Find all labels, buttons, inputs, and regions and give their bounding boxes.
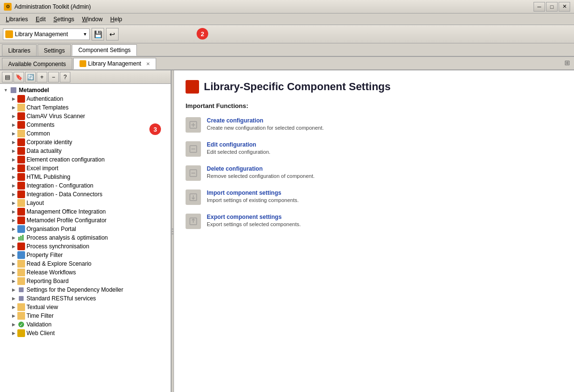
menu-libraries[interactable]: Libraries: [2, 15, 32, 24]
function-import-settings: Import component settings Import setting…: [186, 189, 562, 205]
svg-rect-3: [22, 235, 24, 241]
tree-item-integration-config[interactable]: ▶ Integration - Configuration: [0, 181, 171, 190]
expand-icon[interactable]: ▶: [10, 199, 17, 207]
tree-add-btn[interactable]: +: [37, 72, 47, 82]
tree-remove-btn[interactable]: −: [48, 72, 59, 82]
menu-window[interactable]: Window: [78, 15, 107, 24]
expand-icon[interactable]: ▶: [10, 147, 17, 155]
menu-settings[interactable]: Settings: [50, 15, 78, 24]
library-selector[interactable]: Library Management ▼: [3, 28, 90, 40]
tree-item-authentication[interactable]: ▶ Authentication: [0, 95, 171, 103]
tree-item-chart-templates[interactable]: ▶ Chart Templates: [0, 103, 171, 112]
delete-config-title[interactable]: Delete configuration: [207, 165, 315, 172]
tree-item-integration-data-connectors[interactable]: ▶ Integration - Data Connectors: [0, 190, 171, 199]
import-settings-icon: [186, 189, 201, 205]
right-panel: Library-Specific Component Settings Impo…: [174, 70, 574, 392]
tree-item-element-creation[interactable]: ▶ Element creation configuration: [0, 155, 171, 164]
maximize-panel-icon[interactable]: ⊞: [564, 59, 570, 67]
expand-icon[interactable]: ▶: [10, 190, 17, 198]
expand-icon[interactable]: ▶: [10, 329, 17, 337]
expand-icon[interactable]: ▶: [10, 121, 17, 129]
tree-item-comments[interactable]: ▶ Comments: [0, 121, 171, 129]
expand-icon[interactable]: ▶: [10, 225, 17, 233]
tree-item-metamodel-profile[interactable]: ▶ Metamodel Profile Configurator: [0, 216, 171, 225]
tree-item-web-client[interactable]: ▶ Web Client: [0, 329, 171, 338]
expand-icon[interactable]: ▶: [10, 303, 17, 311]
tab-available-components[interactable]: Available Components: [2, 58, 72, 69]
expand-icon[interactable]: ▶: [10, 321, 17, 328]
tree-root-metamodel[interactable]: ▼ Metamodel: [0, 86, 171, 95]
expand-icon[interactable]: ▶: [10, 260, 17, 268]
tab-component-settings[interactable]: Component Settings: [72, 44, 137, 56]
expand-icon[interactable]: ▶: [10, 112, 17, 120]
clamav-icon: [17, 112, 25, 120]
window-controls[interactable]: ─ □ ✕: [534, 2, 570, 12]
tree-item-read-explore[interactable]: ▶ Read & Explore Scenario: [0, 259, 171, 268]
tab-settings[interactable]: Settings: [38, 44, 71, 56]
expand-icon[interactable]: ▶: [10, 269, 17, 276]
tree-item-textual-view[interactable]: ▶ Textual view: [0, 303, 171, 311]
tab-close-button[interactable]: ✕: [146, 61, 150, 67]
export-settings-title[interactable]: Export component settings: [207, 214, 301, 220]
tree-item-clamav[interactable]: ▶ ClamAV Virus Scanner: [0, 112, 171, 121]
expand-icon[interactable]: ▶: [10, 216, 17, 224]
expand-icon[interactable]: ▶: [10, 312, 17, 320]
tree-item-settings-dependency[interactable]: ▶ Settings for the Dependency Modeller: [0, 285, 171, 294]
tree-item-time-filter[interactable]: ▶ Time Filter: [0, 311, 171, 320]
create-config-title[interactable]: Create configuration: [207, 117, 324, 124]
expand-icon[interactable]: ▶: [10, 243, 17, 250]
edit-config-icon: [186, 141, 201, 157]
tree-item-data-actuality[interactable]: ▶ Data actuality: [0, 147, 171, 155]
tree-item-excel-import[interactable]: ▶ Excel import: [0, 164, 171, 173]
maximize-button[interactable]: □: [546, 2, 558, 12]
tree-view-btn[interactable]: ▤: [2, 72, 13, 82]
tree-item-management-office-integration[interactable]: ▶ Management Office Integration: [0, 207, 171, 216]
import-settings-title[interactable]: Import component settings: [207, 189, 299, 196]
expand-icon[interactable]: ▶: [10, 138, 17, 146]
library-management-tab-icon: [80, 60, 86, 67]
expand-icon[interactable]: ▶: [10, 173, 17, 181]
create-config-desc: Create new configuration for selected co…: [207, 125, 324, 131]
tree-item-process-analysis[interactable]: ▶ Process analysis & optimisation: [0, 233, 171, 242]
tree-item-release-workflows[interactable]: ▶ Release Workflows: [0, 268, 171, 277]
minimize-button[interactable]: ─: [534, 2, 545, 12]
tree-item-process-sync[interactable]: ▶ Process synchronisation: [0, 242, 171, 251]
tree-item-html-publishing[interactable]: ▶ HTML Publishing: [0, 173, 171, 181]
tab-library-management[interactable]: Library Management ✕: [73, 58, 156, 69]
tree-item-common[interactable]: ▶ Common: [0, 129, 171, 138]
expand-icon[interactable]: ▶: [10, 295, 17, 302]
expand-icon[interactable]: ▶: [10, 251, 17, 259]
menu-help[interactable]: Help: [107, 15, 126, 24]
export-settings-content: Export component settings Export setting…: [207, 214, 301, 227]
tab-libraries[interactable]: Libraries: [2, 44, 37, 56]
tree-item-organisation-portal[interactable]: ▶ Organisation Portal: [0, 225, 171, 233]
save-button[interactable]: 💾: [92, 28, 104, 41]
expand-icon[interactable]: ▶: [10, 130, 17, 137]
expand-icon[interactable]: ▶: [10, 277, 17, 285]
tree-item-standard-restful[interactable]: ▶ Standard RESTful services: [0, 294, 171, 303]
expand-icon[interactable]: ▶: [10, 208, 17, 216]
panel-splitter[interactable]: [171, 70, 174, 392]
expand-metamodel-icon[interactable]: ▼: [2, 86, 10, 94]
undo-button[interactable]: ↩: [106, 28, 119, 41]
tree-item-corporate-identity[interactable]: ▶ Corporate identity: [0, 138, 171, 147]
title-bar: ⚙ Administration Toolkit (Admin) ─ □ ✕: [0, 0, 574, 14]
close-button[interactable]: ✕: [559, 2, 570, 12]
tree-item-reporting-board[interactable]: ▶ Reporting Board: [0, 277, 171, 285]
tree-refresh-btn[interactable]: 🔄: [25, 72, 36, 82]
tree-item-property-filter[interactable]: ▶ Property Filter: [0, 251, 171, 259]
tree-item-layout[interactable]: ▶ Layout: [0, 199, 171, 207]
tree-bookmark-btn[interactable]: 🔖: [13, 72, 24, 82]
expand-icon[interactable]: ▶: [10, 286, 17, 294]
element-creation-icon: [17, 156, 25, 163]
expand-icon[interactable]: ▶: [10, 156, 17, 163]
tree-item-validation[interactable]: ▶ ✓ Validation: [0, 320, 171, 329]
edit-config-title[interactable]: Edit configuration: [207, 141, 270, 148]
expand-icon[interactable]: ▶: [10, 95, 17, 103]
menu-edit[interactable]: Edit: [32, 15, 50, 24]
tree-help-btn[interactable]: ?: [60, 72, 70, 82]
expand-icon[interactable]: ▶: [10, 234, 17, 242]
expand-icon[interactable]: ▶: [10, 164, 17, 172]
expand-icon[interactable]: ▶: [10, 104, 17, 111]
expand-icon[interactable]: ▶: [10, 182, 17, 189]
